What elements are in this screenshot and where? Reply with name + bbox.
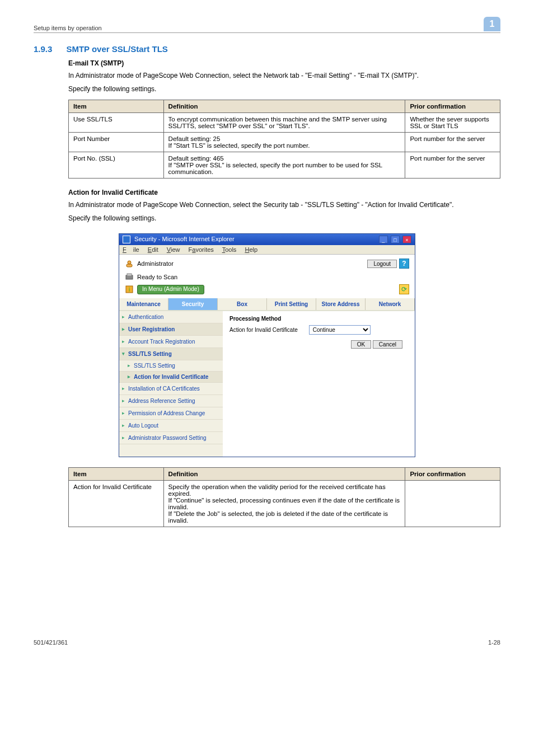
action-table: Item Definition Prior confirmation Actio… <box>68 467 500 527</box>
smtp-para-2: Specify the following settings. <box>68 84 500 94</box>
action-para-2: Specify the following settings. <box>68 213 500 223</box>
table-header-row: Item Definition Prior confirmation <box>69 100 500 113</box>
app-header: Administrator Logout ? Ready to Scan i <box>119 255 415 298</box>
sidebar-item-account-track[interactable]: Account Track Registration <box>119 336 223 348</box>
page-tab-indicator: 1 <box>484 17 500 31</box>
smtp-para-1: In Administrator mode of PageScope Web C… <box>68 71 500 81</box>
table-row: Action for Invalid Certificate Specify t… <box>69 481 500 527</box>
maximize-button[interactable]: □ <box>391 236 400 243</box>
menu-favorites[interactable]: Favorites <box>189 246 214 253</box>
cell-item: Action for Invalid Certificate <box>69 481 164 527</box>
table-row: Port Number Default setting: 25 If "Star… <box>69 133 500 152</box>
nav-tabs: Maintenance Security Box Print Setting S… <box>119 298 415 311</box>
cell-prior <box>405 481 500 527</box>
section-title: SMTP over SSL/Start TLS <box>66 44 167 54</box>
cell-prior: Whether the sever supports SSL or Start … <box>405 113 500 133</box>
table-row: Use SSL/TLS To encrypt communication bet… <box>69 113 500 133</box>
cell-item: Use SSL/TLS <box>69 113 164 133</box>
smtp-heading: E-mail TX (SMTP) <box>68 59 500 67</box>
content-label: Action for Invalid Certificate <box>229 327 298 333</box>
action-select[interactable]: Continue <box>309 325 371 335</box>
window-menubar: File Edit View Favorites Tools Help <box>119 245 415 255</box>
tab-maintenance[interactable]: Maintenance <box>119 298 168 310</box>
menu-tools[interactable]: Tools <box>222 246 237 253</box>
svg-rect-3 <box>127 274 132 276</box>
svg-rect-1 <box>127 264 132 267</box>
col-item: Item <box>69 468 164 481</box>
sidebar-item-authentication[interactable]: Authentication <box>119 311 223 323</box>
admin-icon <box>125 259 134 268</box>
page-header: Setup items by operation 1 <box>34 17 500 33</box>
cell-definition: Default setting: 25 If "Start TLS" is se… <box>163 133 405 152</box>
tab-box[interactable]: Box <box>218 298 267 310</box>
page-footer: 501/421/361 1-28 <box>34 639 500 646</box>
section-heading: 1.9.3 SMTP over SSL/Start TLS <box>34 44 500 54</box>
window-title: Security - Microsoft Internet Explorer <box>123 236 235 243</box>
sidebar-item-address-reference[interactable]: Address Reference Setting <box>119 395 223 407</box>
tab-store-address[interactable]: Store Address <box>316 298 366 310</box>
admin-label: Administrator <box>137 260 174 267</box>
window-controls: _ □ × <box>378 236 411 243</box>
refresh-button[interactable]: ⟳ <box>399 284 409 294</box>
app-body: Authentication User Registration Account… <box>119 311 415 457</box>
breadcrumb: Setup items by operation <box>34 25 102 31</box>
footer-left: 501/421/361 <box>34 639 68 646</box>
action-heading: Action for Invalid Certificate <box>68 189 500 196</box>
col-definition: Definition <box>163 100 405 113</box>
sidebar-item-admin-password[interactable]: Administrator Password Setting <box>119 432 223 444</box>
col-prior: Prior confirmation <box>405 468 500 481</box>
tab-print-setting[interactable]: Print Setting <box>267 298 316 310</box>
menu-file[interactable]: File <box>123 246 139 253</box>
action-para-1: In Administrator mode of PageScope Web C… <box>68 200 500 210</box>
sidebar-item-user-registration[interactable]: User Registration <box>119 323 223 336</box>
sidebar-item-permission-address[interactable]: Permission of Address Change <box>119 407 223 420</box>
ready-label: Ready to Scan <box>137 274 177 280</box>
window-title-text: Security - Microsoft Internet Explorer <box>134 236 235 242</box>
sidebar-item-ssl-tls[interactable]: SSL/TLS Setting <box>119 348 223 360</box>
ie-icon <box>123 236 130 243</box>
cell-item: Port Number <box>69 133 164 152</box>
tab-network[interactable]: Network <box>366 298 415 310</box>
sidebar-sub-action-invalid-cert[interactable]: Action for Invalid Certificate <box>119 372 223 383</box>
ok-button[interactable]: OK <box>351 340 371 349</box>
mode-icon: i <box>125 285 134 294</box>
menu-view[interactable]: View <box>167 246 180 253</box>
cell-definition: Specify the operation when the validity … <box>163 481 405 527</box>
tab-security[interactable]: Security <box>168 298 218 310</box>
menu-edit[interactable]: Edit <box>148 246 158 253</box>
sidebar-item-auto-logout[interactable]: Auto Logout <box>119 420 223 432</box>
svg-point-0 <box>128 261 131 264</box>
window-titlebar: Security - Microsoft Internet Explorer _… <box>119 234 415 245</box>
menu-help[interactable]: Help <box>245 246 257 253</box>
section-number: 1.9.3 <box>34 44 52 54</box>
in-menu-label: In Menu (Admin Mode) <box>138 285 204 294</box>
screenshot-window: Security - Microsoft Internet Explorer _… <box>119 233 415 457</box>
help-button[interactable]: ? <box>399 259 409 269</box>
cell-prior: Port number for the server <box>405 152 500 179</box>
cancel-button[interactable]: Cancel <box>373 340 402 349</box>
logout-button[interactable]: Logout <box>367 260 397 268</box>
cell-definition: Default setting: 465 If "SMTP over SSL" … <box>163 152 405 179</box>
table-header-row: Item Definition Prior confirmation <box>69 468 500 481</box>
cell-prior: Port number for the server <box>405 133 500 152</box>
close-button[interactable]: × <box>402 236 411 243</box>
col-prior: Prior confirmation <box>405 100 500 113</box>
content-heading: Processing Method <box>229 316 408 322</box>
smtp-table: Item Definition Prior confirmation Use S… <box>68 100 500 179</box>
col-definition: Definition <box>163 468 405 481</box>
footer-right: 1-28 <box>488 639 500 646</box>
printer-icon <box>125 273 134 281</box>
col-item: Item <box>69 100 164 113</box>
svg-text:i: i <box>129 287 130 293</box>
cell-definition: To encrypt communication between this ma… <box>163 113 405 133</box>
cell-item: Port No. (SSL) <box>69 152 164 179</box>
mode-indicator: In Menu (Admin Mode) <box>137 285 204 294</box>
sidebar-item-install-ca[interactable]: Installation of CA Certificates <box>119 383 223 395</box>
sidebar-sub-ssl-tls-setting[interactable]: SSL/TLS Setting <box>119 360 223 372</box>
minimize-button[interactable]: _ <box>379 236 388 243</box>
content-pane: Processing Method Action for Invalid Cer… <box>223 311 415 457</box>
table-row: Port No. (SSL) Default setting: 465 If "… <box>69 152 500 179</box>
sidebar: Authentication User Registration Account… <box>119 311 223 457</box>
